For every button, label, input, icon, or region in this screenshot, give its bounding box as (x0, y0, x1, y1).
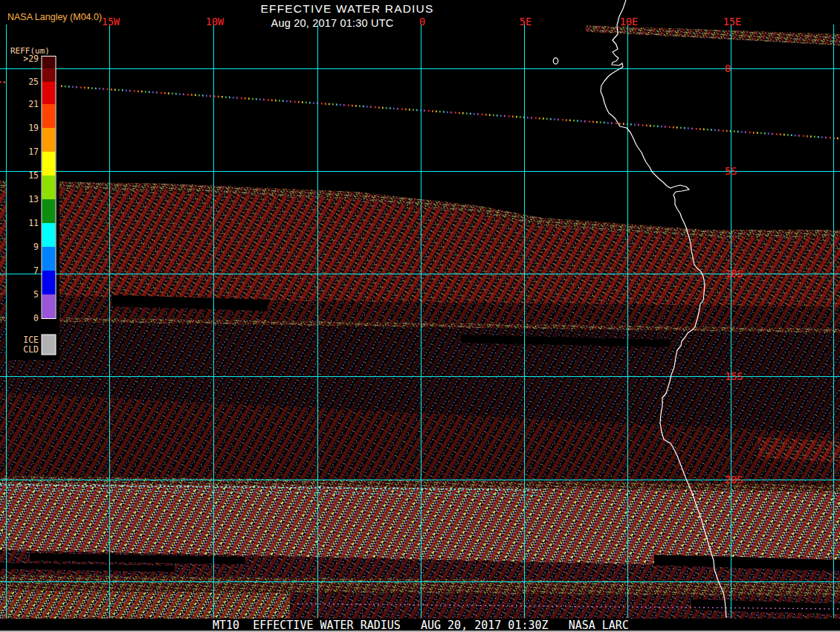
legend-tick-label: 15 (28, 170, 39, 181)
legend-tick-label: 7 (33, 265, 39, 276)
legend-tick-label: 17 (28, 146, 39, 157)
legend-color-segment (42, 82, 56, 104)
legend-color-segment (42, 104, 56, 128)
legend-color-segment (42, 247, 56, 271)
status-bar: MT10 EFFECTIVE WATER RADIUS AUG 20, 2017… (0, 619, 840, 632)
legend-color-segment (42, 128, 56, 152)
longitude-label: 0 (419, 16, 425, 28)
latitude-label: 15S (725, 370, 743, 382)
page-title: EFFECTIVE WATER RADIUS (260, 2, 433, 15)
ice-cloud-label: ICE (23, 335, 39, 345)
latitude-label: 10S (725, 268, 743, 280)
legend-tick-label: 9 (33, 242, 39, 252)
longitude-label: 10E (620, 16, 638, 28)
legend-tick-label: 13 (28, 194, 39, 204)
legend-tick-label: >29 (23, 54, 39, 64)
satellite-image: REFF(um)>29252119171513119750ICECLD 15W1… (0, 0, 840, 632)
latitude-label: 5S (725, 165, 737, 177)
legend-color-segment (42, 68, 56, 82)
swath-band-bottom-left (0, 590, 290, 619)
legend-color-segment (42, 271, 56, 294)
legend-tick-label: 5 (33, 289, 39, 300)
legend-color-segment (42, 175, 56, 199)
longitude-label: 5E (520, 16, 532, 28)
legend-color-segment (42, 223, 56, 247)
legend-tick-label: 0 (33, 313, 39, 323)
ice-cloud-label: CLD (23, 344, 39, 355)
legend-color-segment (42, 152, 56, 175)
longitude-label: 15E (723, 16, 741, 28)
legend-tick-label: 19 (28, 123, 39, 133)
legend-color-segment (42, 199, 56, 223)
longitude-label: 15W (102, 16, 120, 28)
ice-cloud-swatch (42, 335, 56, 355)
latitude-label: 20S (725, 474, 743, 486)
status-bar-text: MT10 EFFECTIVE WATER RADIUS AUG 20, 2017… (213, 619, 629, 632)
legend-tick-label: 25 (28, 77, 39, 87)
credit-label: NASA Langley (M04.0) (7, 12, 102, 22)
latitude-label: 0 (725, 62, 731, 74)
island-outline (553, 58, 558, 64)
legend-tick-label: 11 (28, 218, 39, 228)
legend-color-segment (42, 57, 56, 68)
legend-color-segment (42, 294, 56, 318)
longitude-label: 10W (206, 16, 224, 28)
legend-tick-label: 21 (28, 99, 39, 109)
page-subtitle: Aug 20, 2017 01:30 UTC (271, 17, 394, 29)
